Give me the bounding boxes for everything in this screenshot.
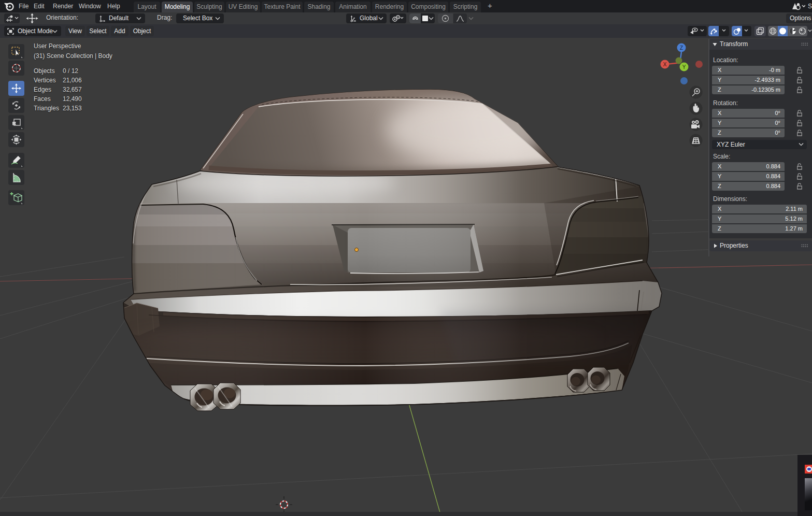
svg-text:Z: Z bbox=[680, 45, 683, 51]
svg-text:Y: Y bbox=[682, 64, 686, 70]
svg-text:X: X bbox=[663, 62, 667, 67]
